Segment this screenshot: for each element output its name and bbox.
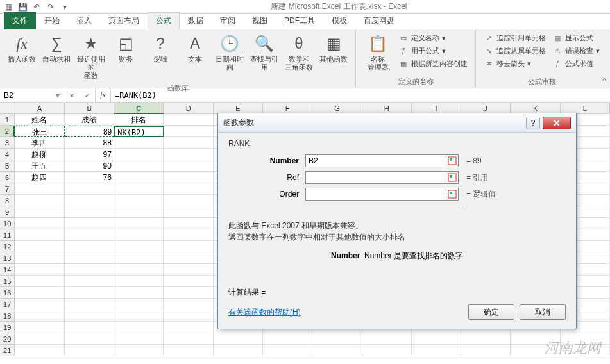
create-from-selection-button[interactable]: ▦根据所选内容创建 [396,58,470,69]
cell-B19[interactable] [65,322,114,333]
cell-D4[interactable] [164,149,213,160]
cell-F20[interactable] [263,333,312,345]
cell-D1[interactable] [164,114,213,126]
cell-K21[interactable] [511,345,560,356]
cell-G21[interactable] [312,345,362,356]
error-check-button[interactable]: ⚠错误检查 ▾ [550,45,602,56]
cell-A19[interactable] [15,322,64,333]
cell-B12[interactable] [65,241,114,252]
row-head-15[interactable]: 15 [0,276,15,287]
cell-B7[interactable] [65,183,114,195]
cell-B2[interactable]: 89 [65,126,114,137]
row-head-4[interactable]: 4 [0,149,15,160]
cell-C3[interactable] [114,137,164,149]
param-input-ref[interactable] [305,171,446,184]
cell-A21[interactable] [15,345,64,356]
cell-C15[interactable] [114,276,164,287]
ok-button[interactable]: 确定 [468,304,514,320]
row-head-12[interactable]: 12 [0,241,15,252]
row-head-14[interactable]: 14 [0,264,15,276]
cell-D7[interactable] [164,183,213,195]
text-button[interactable]: A文本 [178,32,212,65]
tab-file[interactable]: 文件 [4,12,36,29]
row-head-8[interactable]: 8 [0,195,15,206]
cell-B1[interactable]: 成绩 [65,114,114,126]
cell-B20[interactable] [65,333,114,345]
cell-D14[interactable] [164,264,213,276]
cell-D21[interactable] [164,345,213,356]
cell-E21[interactable] [214,345,263,356]
cell-C12[interactable] [114,241,164,252]
autosum-button[interactable]: ∑自动求和 [40,32,73,65]
cell-A7[interactable] [15,183,64,195]
cell-C7[interactable] [114,183,164,195]
tab-formulas[interactable]: 公式 [148,12,180,29]
cell-D6[interactable] [164,172,213,183]
dialog-help-button[interactable]: ? [526,117,540,129]
param-input-number[interactable] [305,154,446,167]
cell-A11[interactable] [15,229,64,241]
row-head-5[interactable]: 5 [0,160,15,172]
cell-D8[interactable] [164,195,213,206]
cell-L21[interactable] [561,345,610,356]
cell-I20[interactable] [412,333,461,345]
dialog-close-button[interactable] [543,117,571,129]
cell-C10[interactable] [114,218,164,229]
cell-A14[interactable] [15,264,64,276]
tab-home[interactable]: 开始 [36,12,68,29]
cell-H20[interactable] [362,333,412,345]
cell-B17[interactable] [65,299,114,310]
cell-C8[interactable] [114,195,164,206]
cell-A2[interactable]: 张三 [15,126,64,137]
row-head-1[interactable]: 1 [0,114,15,126]
cell-A16[interactable] [15,287,64,299]
row-head-20[interactable]: 20 [0,333,15,345]
cell-D20[interactable] [164,333,213,345]
cell-C21[interactable] [114,345,164,356]
row-head-2[interactable]: 2 [0,126,15,137]
cell-C14[interactable] [114,264,164,276]
col-head-A[interactable]: A [15,103,65,114]
cell-A4[interactable]: 赵柳 [15,149,64,160]
row-head-16[interactable]: 16 [0,287,15,299]
tab-data[interactable]: 数据 [180,12,212,29]
cell-D17[interactable] [164,299,213,310]
tab-templates[interactable]: 模板 [323,12,355,29]
cell-I21[interactable] [412,345,461,356]
cell-C18[interactable] [114,310,164,322]
cell-B3[interactable]: 88 [65,137,114,149]
ribbon-collapse-icon[interactable]: ^ [602,76,606,85]
cell-D16[interactable] [164,287,213,299]
cancel-button[interactable]: 取消 [520,304,566,320]
cell-A1[interactable]: 姓名 [15,114,64,126]
cell-B10[interactable] [65,218,114,229]
tab-pdf[interactable]: PDF工具 [276,12,323,29]
tab-view[interactable]: 视图 [244,12,276,29]
cell-C2[interactable]: NK(B2) [114,126,164,137]
row-head-19[interactable]: 19 [0,322,15,333]
lookup-button[interactable]: 🔍查找与引用 [248,32,281,73]
col-head-B[interactable]: B [65,103,114,114]
insert-function-button[interactable]: fx插入函数 [5,32,38,65]
cell-B13[interactable] [65,252,114,264]
cell-A5[interactable]: 王五 [15,160,64,172]
cell-D9[interactable] [164,206,213,218]
cell-D3[interactable] [164,137,213,149]
cell-C6[interactable] [114,172,164,183]
qat-dropdown-icon[interactable]: ▾ [59,1,71,13]
use-in-formula-button[interactable]: ƒ用于公式 ▾ [396,45,470,56]
cell-B16[interactable] [65,287,114,299]
cell-D19[interactable] [164,322,213,333]
cell-A20[interactable] [15,333,64,345]
cell-J20[interactable] [461,333,511,345]
range-picker-button[interactable] [446,154,459,167]
cell-C5[interactable] [114,160,164,172]
trace-precedents-button[interactable]: ↗追踪引用单元格 [481,32,548,44]
col-head-C[interactable]: C [114,103,164,114]
cell-D5[interactable] [164,160,213,172]
cell-C4[interactable] [114,149,164,160]
name-manager-button[interactable]: 📋名称 管理器 [361,32,394,73]
cell-B18[interactable] [65,310,114,322]
cell-B11[interactable] [65,229,114,241]
cell-C20[interactable] [114,333,164,345]
